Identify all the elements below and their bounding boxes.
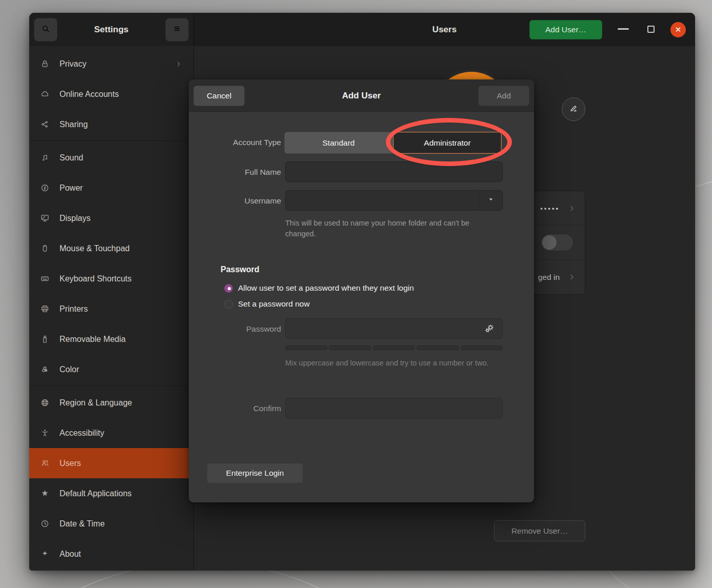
sidebar-item-mouse-touchpad[interactable]: Mouse & Touchpad [29, 233, 193, 263]
password-set-now-option[interactable]: Set a password now [224, 299, 310, 309]
password-dots: ••••• [540, 205, 560, 212]
usb-drive-icon [40, 334, 50, 344]
sidebar-item-label: Privacy [60, 59, 86, 69]
sidebar-item-printers[interactable]: Printers [29, 294, 193, 324]
display-icon [40, 213, 50, 224]
chevron-right-icon [568, 205, 576, 212]
sidebar-item-label: Removable Media [60, 335, 126, 344]
strength-segment [373, 346, 415, 350]
headerbar-left: Settings [29, 13, 194, 46]
sidebar-item-label: Accessibility [60, 429, 104, 438]
radio-label: Allow user to set a password when they n… [238, 283, 414, 293]
sidebar-item-label: Date & Time [60, 519, 105, 529]
password-input[interactable] [285, 318, 503, 339]
password-next-login-option[interactable]: Allow user to set a password when they n… [224, 283, 414, 293]
sidebar-item-label: Sound [60, 153, 83, 163]
settings-window: Settings Users Add User… ✕ PrivacyOnline… [29, 13, 695, 571]
radio-unselected-icon[interactable] [224, 300, 233, 309]
sidebar-item-label: Default Applications [60, 489, 132, 498]
password-hint-text: Mix uppercase and lowercase and try to u… [285, 358, 497, 369]
music-note-icon [40, 153, 50, 163]
sidebar-divider [29, 386, 193, 386]
add-user-button[interactable]: Add User… [529, 20, 602, 39]
sidebar-item-sharing[interactable]: Sharing [29, 109, 193, 139]
add-button[interactable]: Add [478, 86, 529, 106]
sparkle-icon [40, 549, 50, 559]
sidebar-item-color[interactable]: Color [29, 354, 193, 384]
mouse-icon [40, 244, 50, 254]
account-type-segmented-control: Standard Administrator [284, 132, 502, 154]
strength-segment [417, 346, 459, 350]
generate-password-button[interactable] [482, 322, 497, 337]
sidebar-item-date-time[interactable]: Date & Time [29, 509, 193, 539]
accessibility-icon [40, 428, 50, 438]
add-user-dialog: Cancel Add User Add Account Type Standar… [189, 79, 534, 502]
users-icon [40, 458, 50, 469]
chevron-right-icon [568, 273, 576, 281]
password-strength-meter [285, 346, 503, 350]
sidebar-item-label: Online Accounts [60, 90, 119, 99]
magnifier-icon [41, 24, 51, 36]
sidebar-item-label: Displays [60, 214, 90, 223]
star-icon [40, 489, 50, 499]
minimize-button[interactable] [618, 28, 629, 30]
sidebar-divider [29, 140, 193, 141]
headerbar: Settings Users Add User… ✕ [29, 13, 695, 46]
toggle-switch[interactable] [541, 234, 573, 251]
enterprise-login-button[interactable]: Enterprise Login [207, 463, 303, 483]
sidebar-item-label: Keyboard Shortcuts [60, 274, 132, 283]
cancel-button[interactable]: Cancel [193, 86, 245, 106]
sidebar-item-default-applications[interactable]: Default Applications [29, 478, 193, 509]
sidebar-item-displays[interactable]: Displays [29, 203, 193, 233]
chevron-down-icon [487, 195, 495, 206]
remove-user-button[interactable]: Remove User… [494, 520, 585, 541]
pencil-icon [568, 103, 579, 115]
logged-in-text: ged in [538, 273, 560, 282]
sidebar-item-label: Printers [60, 305, 88, 314]
username-label: Username [189, 196, 281, 206]
maximize-button[interactable] [647, 26, 655, 33]
account-type-standard-button[interactable]: Standard [284, 132, 393, 154]
sidebar-item-label: Color [60, 365, 79, 374]
close-button[interactable]: ✕ [670, 22, 686, 37]
sidebar-item-users[interactable]: Users [29, 448, 193, 478]
sidebar-item-about[interactable]: About [29, 539, 193, 569]
account-type-administrator-button[interactable]: Administrator [393, 132, 502, 154]
confirm-password-input[interactable] [285, 398, 503, 418]
search-button[interactable] [34, 18, 57, 42]
chevron-right-icon [175, 60, 182, 68]
radio-selected-icon[interactable] [224, 284, 233, 293]
clock-icon [40, 519, 50, 529]
lock-icon [40, 59, 50, 69]
sidebar-item-online-accounts[interactable]: Online Accounts [29, 79, 193, 109]
hamburger-icon [172, 24, 182, 36]
sidebar-item-privacy[interactable]: Privacy [29, 49, 193, 79]
strength-segment [285, 346, 327, 350]
globe-icon [40, 398, 50, 408]
toggle-knob [542, 235, 557, 250]
sidebar-item-accessibility[interactable]: Accessibility [29, 418, 193, 448]
sidebar-item-label: About [60, 550, 81, 559]
primary-menu-button[interactable] [165, 18, 189, 42]
sidebar-item-label: Power [60, 184, 83, 193]
password-section-heading: Password [221, 265, 260, 274]
username-input[interactable] [285, 190, 503, 211]
username-help-text: This will be used to name your home fold… [285, 218, 497, 239]
strength-segment [461, 346, 503, 350]
username-dropdown-button[interactable] [479, 190, 503, 211]
edit-avatar-button[interactable] [562, 97, 585, 121]
sidebar-item-region-language[interactable]: Region & Language [29, 388, 193, 418]
keyboard-icon [40, 274, 50, 284]
sidebar-item-power[interactable]: Power [29, 173, 193, 203]
sidebar-item-sound[interactable]: Sound [29, 143, 193, 173]
power-icon [40, 183, 50, 193]
sidebar-item-keyboard-shortcuts[interactable]: Keyboard Shortcuts [29, 263, 193, 294]
full-name-input[interactable] [285, 161, 503, 182]
password-field-label: Password [189, 325, 281, 334]
radio-label: Set a password now [238, 299, 310, 309]
sidebar-item-label: Region & Language [60, 398, 132, 408]
headerbar-right: Users Add User… ✕ [194, 13, 695, 46]
sidebar-item-removable-media[interactable]: Removable Media [29, 324, 193, 354]
sidebar-item-label: Users [60, 459, 81, 468]
confirm-label: Confirm [189, 404, 281, 413]
